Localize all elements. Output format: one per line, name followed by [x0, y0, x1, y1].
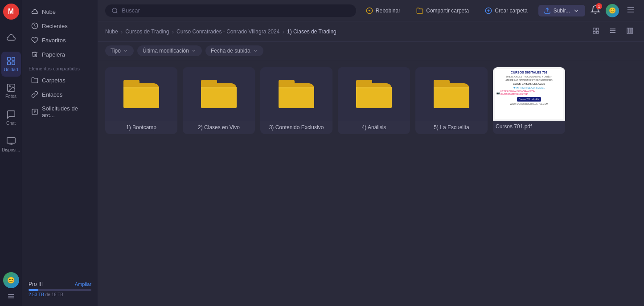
svg-rect-3 [12, 62, 14, 65]
sidebar-recientes-label: Recientes [42, 23, 68, 29]
pdf-footer-url-text: s EN [534, 98, 539, 101]
menu-icon-bottom[interactable] [5, 290, 17, 302]
search-input[interactable] [122, 7, 350, 14]
breadcrumb-nube[interactable]: Nube [105, 29, 118, 35]
cloud-nav-icon [31, 8, 38, 15]
pdf-title: CURSOS DIGITALES 701 [511, 71, 547, 74]
pdf-ig-row: 📷 HTTPS://WWW.INSTAGRAM.COM /CURSOSEMPRE… [496, 90, 562, 95]
folder-icon-analisis [356, 80, 392, 108]
search-bar[interactable] [105, 4, 356, 17]
sidebar-item-unidad[interactable]: Unidad [1, 52, 21, 77]
svg-point-5 [9, 86, 10, 87]
menu-button[interactable] [624, 4, 637, 17]
thumbnail-view-icon [592, 27, 599, 34]
rebobinar-label: Rebobinar [376, 8, 400, 14]
topbar-actions: Rebobinar Compartir carpeta Crear carpet… [361, 4, 637, 17]
storage-plan: Pro III [29, 281, 43, 287]
column-view-icon [626, 27, 633, 34]
sidebar-item-dispositivos[interactable]: Disposi... [1, 132, 21, 157]
device-icon [6, 136, 16, 146]
grid-view-button[interactable] [589, 25, 603, 38]
sidebar-item-nube[interactable] [1, 25, 21, 50]
list-view-icon [609, 27, 616, 34]
filter-tipo-button[interactable]: Tipo [105, 45, 134, 56]
folder-icon-contenido [279, 80, 314, 108]
folder-item-contenido[interactable]: 3) Contenido Exclusivo [260, 67, 332, 134]
sidebar-item-fotos[interactable]: Fotos [1, 78, 21, 103]
sidebar: Nube Recientes Favoritos Papelera Elemen… [22, 0, 98, 306]
notification-bell[interactable]: 1 [591, 5, 600, 16]
notification-badge: 1 [596, 3, 602, 9]
sidebar-item-chat[interactable]: Chat [1, 105, 21, 130]
folder-thumb-clases-vivo [183, 67, 255, 121]
icon-bar-bottom: 😊 [3, 272, 19, 302]
folder-item-clases-vivo[interactable]: 2) Clases en Vivo [183, 67, 255, 134]
breadcrumb-clases[interactable]: 1) Clases de Trading [287, 29, 336, 35]
pdf-footer-badge: Cursos 701.pdf s EN [517, 97, 541, 102]
rebobinar-button[interactable]: Rebobinar [361, 5, 406, 16]
search-icon [111, 7, 118, 14]
svg-rect-20 [628, 9, 634, 10]
list-view-button[interactable] [606, 25, 620, 38]
folder-item-bootcamp[interactable]: 1) Bootcamp [105, 67, 177, 134]
chevron-fecha-icon [253, 48, 258, 53]
folder-shared-icon [31, 77, 38, 84]
storage-used: 2.53 TB [29, 292, 44, 297]
svg-rect-21 [628, 12, 634, 12]
folder-label-bootcamp: 1) Bootcamp [105, 121, 177, 134]
folder-item-escuelita[interactable]: 5) La Escuelita [415, 67, 488, 134]
sidebar-nav-favoritos[interactable]: Favoritos [25, 33, 95, 47]
sidebar-nav-solicitudes[interactable]: Solicitudes de arc... [25, 102, 95, 122]
avatar[interactable]: M [3, 4, 19, 20]
file-item-cursos-pdf[interactable]: CURSOS DIGITALES 701 ÚNETE A NUESTRA COM… [493, 67, 565, 134]
user-avatar-topbar[interactable]: 😊 [606, 4, 619, 17]
sidebar-nav-recientes[interactable]: Recientes [25, 19, 95, 33]
upload-icon [544, 7, 551, 14]
sidebar-nav-carpetas[interactable]: Carpetas [25, 73, 95, 87]
folder-thumb-analisis [338, 67, 410, 121]
pdf-footer-label: Cursos 701.pdf [519, 98, 534, 101]
filter-ultima-button[interactable]: Última modificación [137, 45, 202, 56]
ampliar-button[interactable]: Ampliar [75, 282, 91, 287]
svg-rect-1 [12, 57, 14, 60]
storage-bar-fill [29, 289, 38, 291]
svg-rect-6 [7, 138, 15, 143]
svg-line-13 [116, 12, 118, 13]
subir-button[interactable]: Subir... [538, 5, 585, 16]
pdf-thumb-content: CURSOS DIGITALES 701 ÚNETE A NUESTRA COM… [495, 69, 563, 119]
topbar: Rebobinar Compartir carpeta Crear carpet… [98, 0, 644, 21]
sidebar-nav-papelera[interactable]: Papelera [25, 48, 95, 61]
crear-button[interactable]: Crear carpeta [480, 5, 533, 16]
column-view-button[interactable] [623, 25, 637, 38]
storage-info: 2.53 TB de 16 TB [29, 292, 91, 297]
folder-label-clases-vivo: 2) Clases en Vivo [183, 121, 255, 134]
svg-rect-31 [631, 28, 632, 33]
pdf-filename: Cursos 701.pdf [493, 121, 565, 132]
sidebar-papelera-label: Papelera [42, 51, 65, 58]
folder-icon-clases-vivo [201, 80, 237, 108]
breadcrumb-sep-1: › [121, 28, 123, 35]
breadcrumb-cursos[interactable]: Cursos de Trading [125, 29, 169, 35]
share-icon [416, 7, 423, 14]
pdf-tg-link: HTTPS://T.ME/CURSOS701 [517, 86, 545, 89]
folder-item-analisis[interactable]: 4) Análisis [338, 67, 410, 134]
filter-fecha-label: Fecha de subida [211, 48, 250, 54]
chevron-tipo-icon [123, 48, 128, 53]
user-avatar-bottom[interactable]: 😊 [3, 272, 19, 288]
folder-thumb-escuelita [415, 67, 488, 121]
breadcrumb-curso[interactable]: Curso Conratrades - Conrado Villagra 202… [176, 29, 279, 35]
svg-rect-29 [627, 28, 628, 33]
chevron-down-icon [573, 7, 580, 14]
storage-section: Pro III Ampliar 2.53 TB de 16 TB [22, 277, 98, 302]
sidebar-favoritos-label: Favoritos [42, 37, 66, 44]
sidebar-nav-nube[interactable]: Nube [25, 5, 95, 18]
pdf-cta: CLICK EN LOS ENLACES [513, 82, 546, 85]
rewind-icon [366, 7, 373, 14]
sidebar-nav-enlaces[interactable]: Enlaces [25, 88, 95, 101]
folder-label-escuelita: 5) La Escuelita [415, 121, 488, 134]
folder-label-contenido: 3) Contenido Exclusivo [260, 121, 332, 134]
subir-label: Subir... [554, 8, 570, 14]
compartir-button[interactable]: Compartir carpeta [411, 5, 474, 16]
filter-fecha-button[interactable]: Fecha de subida [205, 45, 263, 56]
compartir-label: Compartir carpeta [426, 8, 469, 14]
